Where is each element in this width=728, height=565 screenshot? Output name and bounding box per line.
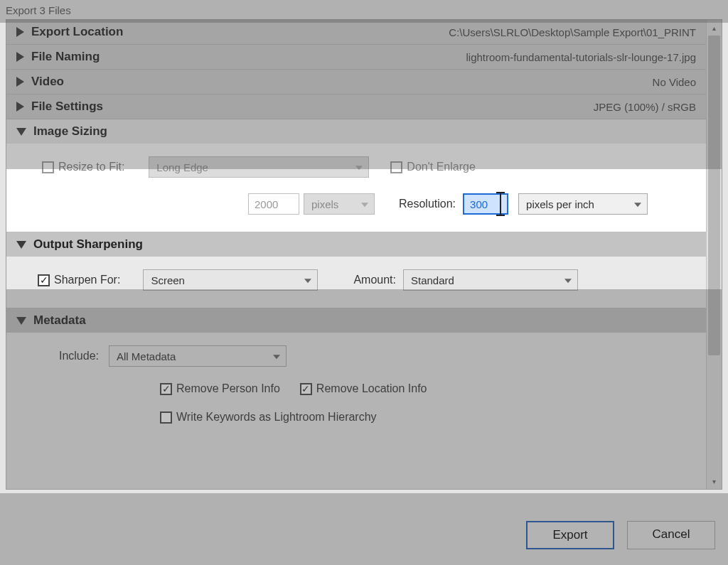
chevron-right-icon — [16, 52, 24, 62]
chevron-down-icon — [564, 279, 572, 283]
dialog-footer: Export Cancel — [526, 521, 715, 549]
chevron-right-icon — [16, 77, 24, 87]
section-title: Export Location — [31, 25, 123, 39]
sharpen-for-value: Screen — [151, 274, 185, 286]
dialog-title: Export 3 Files — [0, 0, 728, 19]
chevron-down-icon — [361, 203, 368, 207]
scroll-down-icon[interactable]: ▾ — [707, 473, 722, 489]
section-title: Video — [31, 75, 64, 89]
chevron-down-icon — [304, 279, 311, 283]
section-file-naming: File Naming lightroom-fundamental-tutori… — [6, 45, 706, 70]
section-summary: C:\Users\SLRLO\Desktop\Sample Export\01_… — [449, 26, 699, 38]
checkbox-checked-icon: ✓ — [38, 274, 50, 286]
settings-panel: Export Location C:\Users\SLRLO\Desktop\S… — [6, 19, 722, 490]
write-keywords-checkbox[interactable]: Write Keywords as Lightroom Hierarchy — [160, 411, 377, 424]
resolution-unit-select[interactable]: pixels per inch — [518, 193, 648, 215]
chevron-right-icon — [16, 27, 24, 37]
dont-enlarge-checkbox[interactable]: Don't Enlarge — [390, 161, 475, 173]
section-header-output-sharpening[interactable]: Output Sharpening — [6, 232, 706, 257]
chevron-down-icon — [16, 128, 26, 136]
checkbox-checked-icon: ✓ — [160, 383, 172, 395]
size-unit-value: pixels — [311, 198, 338, 210]
section-header-metadata[interactable]: Metadata — [6, 308, 706, 333]
dont-enlarge-label: Don't Enlarge — [407, 161, 475, 173]
output-sharpening-body: ✓ Sharpen For: Screen Amount: Standard — [6, 257, 706, 308]
section-summary: lightroom-fundamental-tutorials-slr-loun… — [466, 51, 700, 63]
chevron-down-icon — [16, 317, 26, 325]
sharpen-for-select[interactable]: Screen — [143, 269, 318, 291]
section-title: Metadata — [33, 313, 86, 328]
chevron-down-icon — [634, 203, 641, 207]
checkbox-checked-icon: ✓ — [300, 383, 312, 395]
include-value: All Metadata — [117, 350, 176, 362]
section-title: File Naming — [31, 50, 100, 64]
scrollbar-thumb[interactable] — [708, 36, 720, 355]
scrollbar[interactable]: ▴ ▾ — [706, 20, 722, 489]
section-summary: No Video — [653, 76, 699, 88]
section-header-image-sizing[interactable]: Image Sizing — [6, 119, 706, 144]
section-metadata: Metadata Include: All Metadata — [6, 308, 706, 441]
section-export-location: Export Location C:\Users\SLRLO\Desktop\S… — [6, 20, 706, 45]
resolution-unit-value: pixels per inch — [526, 198, 594, 210]
section-header-export-location[interactable]: Export Location C:\Users\SLRLO\Desktop\S… — [6, 20, 706, 44]
sharpen-for-label: Sharpen For: — [54, 274, 120, 286]
section-image-sizing: Image Sizing Resize to Fit: Long Edge — [6, 119, 706, 232]
section-header-file-settings[interactable]: File Settings JPEG (100%) / sRGB — [6, 95, 706, 119]
resize-to-fit-label: Resize to Fit: — [58, 161, 124, 173]
remove-person-label: Remove Person Info — [176, 382, 280, 395]
resize-mode-select[interactable]: Long Edge — [149, 156, 369, 178]
text-cursor-icon — [496, 196, 505, 212]
amount-select[interactable]: Standard — [403, 269, 578, 291]
section-title: File Settings — [31, 99, 103, 114]
remove-location-checkbox[interactable]: ✓ Remove Location Info — [300, 382, 427, 395]
section-title: Image Sizing — [33, 124, 107, 139]
cancel-button[interactable]: Cancel — [627, 521, 715, 549]
section-file-settings: File Settings JPEG (100%) / sRGB — [6, 95, 706, 119]
resolution-label: Resolution: — [399, 198, 456, 210]
remove-location-label: Remove Location Info — [316, 382, 427, 395]
export-button[interactable]: Export — [526, 521, 614, 549]
section-video: Video No Video — [6, 70, 706, 95]
section-output-sharpening: Output Sharpening ✓ Sharpen For: Screen — [6, 232, 706, 308]
include-select[interactable]: All Metadata — [109, 345, 287, 367]
amount-label: Amount: — [353, 274, 396, 286]
image-sizing-body: Resize to Fit: Long Edge Don't Enlarge — [6, 144, 706, 232]
scroll-up-icon[interactable]: ▴ — [707, 20, 722, 36]
resize-mode-value: Long Edge — [156, 161, 208, 173]
checkbox-icon — [42, 161, 54, 173]
section-title: Output Sharpening — [33, 237, 143, 252]
section-header-file-naming[interactable]: File Naming lightroom-fundamental-tutori… — [6, 45, 706, 69]
checkbox-icon — [160, 411, 172, 424]
size-unit-select[interactable]: pixels — [304, 193, 375, 215]
metadata-body: Include: All Metadata ✓ Remove Person In… — [6, 333, 706, 441]
write-keywords-label: Write Keywords as Lightroom Hierarchy — [176, 411, 377, 424]
export-dialog: Export 3 Files Export Location C:\Users\… — [0, 0, 728, 565]
chevron-right-icon — [16, 102, 24, 112]
amount-value: Standard — [411, 274, 454, 286]
chevron-down-icon — [16, 241, 26, 249]
section-header-video[interactable]: Video No Video — [6, 70, 706, 94]
chevron-down-icon — [273, 355, 280, 359]
sharpen-for-checkbox[interactable]: ✓ Sharpen For: — [38, 274, 120, 286]
section-summary: JPEG (100%) / sRGB — [594, 101, 699, 113]
resize-to-fit-checkbox[interactable]: Resize to Fit: — [42, 161, 124, 173]
checkbox-icon — [390, 161, 402, 173]
remove-person-checkbox[interactable]: ✓ Remove Person Info — [160, 382, 280, 395]
include-label: Include: — [35, 350, 99, 362]
size-value-input[interactable] — [248, 193, 299, 215]
chevron-down-icon — [355, 166, 363, 170]
